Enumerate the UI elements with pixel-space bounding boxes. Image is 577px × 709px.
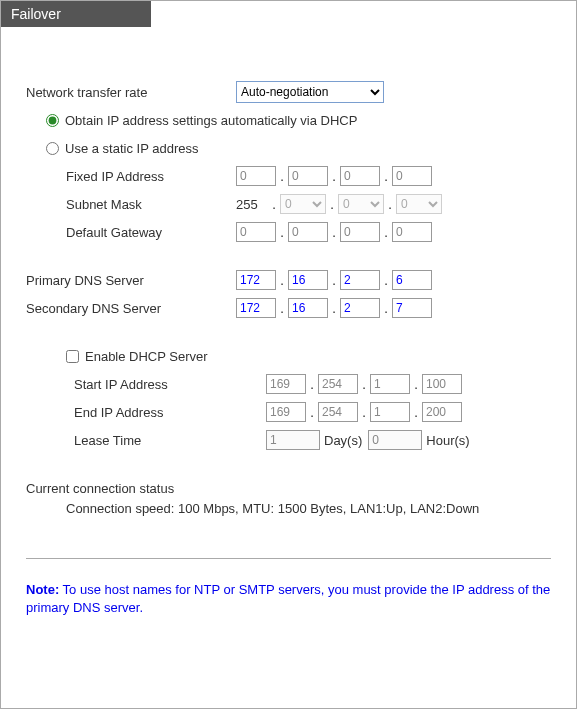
dot: . — [276, 301, 288, 316]
gateway-4[interactable] — [392, 222, 432, 242]
note-prefix: Note: — [26, 582, 59, 597]
dot: . — [380, 169, 392, 184]
primary-dns-1[interactable] — [236, 270, 276, 290]
lease-hours-input[interactable] — [368, 430, 422, 450]
primary-dns-4[interactable] — [392, 270, 432, 290]
connection-status-title: Current connection status — [26, 481, 551, 496]
dot: . — [380, 301, 392, 316]
dot: . — [326, 197, 338, 212]
dot: . — [268, 197, 280, 212]
primary-dns-2[interactable] — [288, 270, 328, 290]
transfer-rate-select[interactable]: Auto-negotiation — [236, 81, 384, 103]
subnet-3[interactable]: 0 — [338, 194, 384, 214]
dot: . — [410, 377, 422, 392]
start-ip-2[interactable] — [318, 374, 358, 394]
divider — [26, 558, 551, 559]
primary-dns-3[interactable] — [340, 270, 380, 290]
dot: . — [276, 225, 288, 240]
dot: . — [380, 225, 392, 240]
secondary-dns-3[interactable] — [340, 298, 380, 318]
secondary-dns-2[interactable] — [288, 298, 328, 318]
transfer-rate-label: Network transfer rate — [26, 85, 236, 100]
lease-time-label: Lease Time — [26, 433, 266, 448]
end-ip-4[interactable] — [422, 402, 462, 422]
dot: . — [380, 273, 392, 288]
dot: . — [328, 169, 340, 184]
gateway-1[interactable] — [236, 222, 276, 242]
fixed-ip-1[interactable] — [236, 166, 276, 186]
lease-hours-unit: Hour(s) — [426, 433, 469, 448]
lease-days-unit: Day(s) — [324, 433, 362, 448]
end-ip-1[interactable] — [266, 402, 306, 422]
fixed-ip-label: Fixed IP Address — [26, 169, 236, 184]
note-body: To use host names for NTP or SMTP server… — [26, 582, 550, 615]
ipmode-dhcp-radio[interactable] — [46, 114, 59, 127]
end-ip-2[interactable] — [318, 402, 358, 422]
fixed-ip-4[interactable] — [392, 166, 432, 186]
end-ip-3[interactable] — [370, 402, 410, 422]
dot: . — [306, 377, 318, 392]
ipmode-dhcp-label: Obtain IP address settings automatically… — [65, 113, 357, 128]
gateway-label: Default Gateway — [26, 225, 236, 240]
secondary-dns-label: Secondary DNS Server — [26, 301, 236, 316]
start-ip-1[interactable] — [266, 374, 306, 394]
gateway-2[interactable] — [288, 222, 328, 242]
tab-label: Failover — [11, 6, 61, 22]
fixed-ip-3[interactable] — [340, 166, 380, 186]
dot: . — [306, 405, 318, 420]
failover-panel: Failover Network transfer rate Auto-nego… — [0, 0, 577, 709]
ipmode-static-label: Use a static IP address — [65, 141, 198, 156]
subnet-mask-label: Subnet Mask — [26, 197, 236, 212]
end-ip-label: End IP Address — [26, 405, 266, 420]
subnet-4[interactable]: 0 — [396, 194, 442, 214]
dot: . — [328, 301, 340, 316]
subnet-2[interactable]: 0 — [280, 194, 326, 214]
start-ip-3[interactable] — [370, 374, 410, 394]
dot: . — [328, 225, 340, 240]
gateway-3[interactable] — [340, 222, 380, 242]
start-ip-label: Start IP Address — [26, 377, 266, 392]
enable-dhcp-server-checkbox[interactable] — [66, 350, 79, 363]
dot: . — [358, 377, 370, 392]
dot: . — [276, 169, 288, 184]
note-text: Note: To use host names for NTP or SMTP … — [26, 581, 551, 617]
secondary-dns-4[interactable] — [392, 298, 432, 318]
ipmode-static-radio[interactable] — [46, 142, 59, 155]
dot: . — [328, 273, 340, 288]
dot: . — [358, 405, 370, 420]
fixed-ip-2[interactable] — [288, 166, 328, 186]
secondary-dns-1[interactable] — [236, 298, 276, 318]
tab-failover[interactable]: Failover — [1, 1, 151, 27]
content-area: Network transfer rate Auto-negotiation O… — [1, 1, 576, 638]
dot: . — [410, 405, 422, 420]
connection-status-text: Connection speed: 100 Mbps, MTU: 1500 By… — [26, 500, 496, 518]
enable-dhcp-server-label: Enable DHCP Server — [85, 349, 208, 364]
primary-dns-label: Primary DNS Server — [26, 273, 236, 288]
start-ip-4[interactable] — [422, 374, 462, 394]
subnet-first: 255 — [236, 197, 268, 212]
dot: . — [276, 273, 288, 288]
dot: . — [384, 197, 396, 212]
lease-days-input[interactable] — [266, 430, 320, 450]
